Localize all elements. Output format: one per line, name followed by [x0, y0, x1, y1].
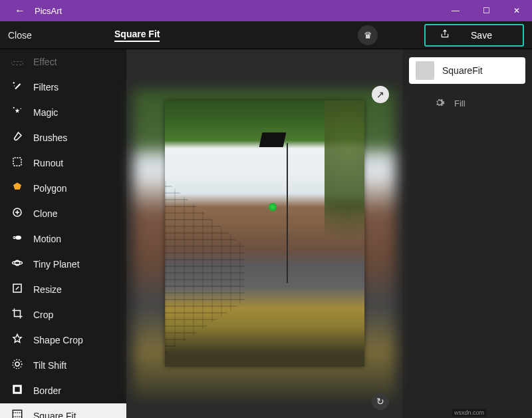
minimize-button[interactable]: — [440, 0, 471, 21]
tiltshift-icon [11, 358, 24, 373]
crop-icon [11, 308, 24, 322]
sidebar-item-label: Clone [33, 208, 58, 219]
share-icon [440, 29, 450, 41]
sidebar-item-border[interactable]: Border [0, 378, 126, 403]
sidebar: Effect Filters Magic Brushes Runout [0, 49, 126, 418]
fill-label: Fill [454, 99, 466, 108]
svg-point-9 [13, 359, 22, 369]
expand-button[interactable]: ↗ [372, 86, 389, 103]
sidebar-item-squarefit[interactable]: Square Fit [0, 403, 126, 418]
resize-icon [11, 282, 24, 297]
layer-card[interactable]: SquareFit [409, 57, 525, 84]
photo-foliage [325, 101, 364, 260]
star-icon [11, 333, 24, 347]
squarefit-icon [11, 409, 24, 418]
sidebar-item-label: Brushes [33, 132, 67, 143]
sidebar-item-label: Filters [33, 82, 59, 93]
border-icon [11, 383, 24, 398]
sidebar-item-label: Crop [33, 310, 53, 320]
svg-rect-2 [13, 158, 21, 166]
sidebar-item-label: Resize [33, 284, 62, 295]
right-panel: SquareFit Fill [402, 49, 532, 418]
expand-icon: ↗ [376, 89, 384, 100]
premium-badge[interactable]: ♛ [358, 25, 378, 45]
svg-rect-11 [15, 387, 20, 392]
window-controls: — ☐ ✕ [440, 0, 532, 21]
watermark: wsxdn.com [452, 409, 486, 417]
sidebar-item-motion[interactable]: Motion [0, 226, 126, 252]
back-button[interactable]: ← [5, 5, 35, 17]
save-label: Save [471, 30, 492, 41]
sidebar-item-filters[interactable]: Filters [0, 75, 126, 100]
cutout-icon [11, 156, 24, 170]
sidebar-item-label: Tilt Shift [33, 360, 66, 371]
sidebar-item-label: Square Fit [33, 411, 76, 418]
fill-option[interactable]: Fill [409, 97, 525, 110]
sparkle-icon [11, 105, 24, 120]
breadcrumb[interactable]: Square Fit [114, 29, 160, 42]
wand-icon [11, 80, 24, 95]
crown-icon: ♛ [364, 30, 372, 41]
topbar: Close Square Fit ♛ Save [0, 21, 532, 49]
sidebar-item-polygon[interactable]: Polygon [0, 176, 126, 201]
sidebar-item-label: Effect [33, 57, 57, 67]
save-button[interactable]: Save [424, 24, 524, 47]
titlebar: ← PicsArt — ☐ ✕ [0, 0, 532, 21]
sidebar-item-label: Runout [33, 158, 63, 168]
window-close-button[interactable]: ✕ [501, 0, 532, 21]
sidebar-item-label: Polygon [33, 183, 67, 194]
svg-point-0 [13, 107, 15, 108]
canvas-area[interactable]: ↗ ↻ [126, 49, 402, 418]
sidebar-item-runout[interactable]: Runout [0, 150, 126, 176]
brush-icon [11, 130, 24, 145]
svg-point-6 [13, 262, 23, 265]
motion-icon [11, 232, 24, 246]
svg-point-4 [15, 236, 21, 240]
polygon-icon [11, 181, 24, 196]
maximize-button[interactable]: ☐ [471, 0, 501, 21]
sidebar-item-label: Shape Crop [33, 335, 83, 345]
clone-icon [11, 206, 24, 221]
svg-point-1 [21, 108, 22, 110]
sidebar-item-brushes[interactable]: Brushes [0, 125, 126, 150]
sidebar-item-tiltshift[interactable]: Tilt Shift [0, 353, 126, 378]
rotate-button[interactable]: ↻ [372, 393, 389, 410]
sidebar-item-label: Motion [33, 234, 61, 244]
gear-icon [434, 97, 445, 110]
editor-close-button[interactable]: Close [8, 30, 48, 41]
sidebar-item-shapecrop[interactable]: Shape Crop [0, 327, 126, 353]
sidebar-item-resize[interactable]: Resize [0, 277, 126, 302]
sidebar-item-clone[interactable]: Clone [0, 201, 126, 226]
sidebar-item-tinyplanet[interactable]: Tiny Planet [0, 252, 126, 277]
svg-point-8 [15, 362, 19, 366]
layer-thumbnail [416, 61, 434, 80]
canvas-photo[interactable] [165, 101, 364, 367]
sidebar-item-crop[interactable]: Crop [0, 302, 126, 327]
rotate-icon: ↻ [376, 396, 384, 407]
app-name: PicsArt [35, 6, 62, 16]
photo-wall [165, 180, 245, 353]
layer-name: SquareFit [442, 65, 483, 76]
planet-icon [11, 257, 24, 272]
effect-icon [11, 56, 24, 68]
sidebar-item-label: Border [33, 385, 61, 396]
sidebar-item-label: Tiny Planet [33, 259, 80, 270]
sidebar-item-effect[interactable]: Effect [0, 49, 126, 75]
sidebar-item-label: Magic [33, 107, 58, 118]
sidebar-item-magic[interactable]: Magic [0, 100, 126, 125]
